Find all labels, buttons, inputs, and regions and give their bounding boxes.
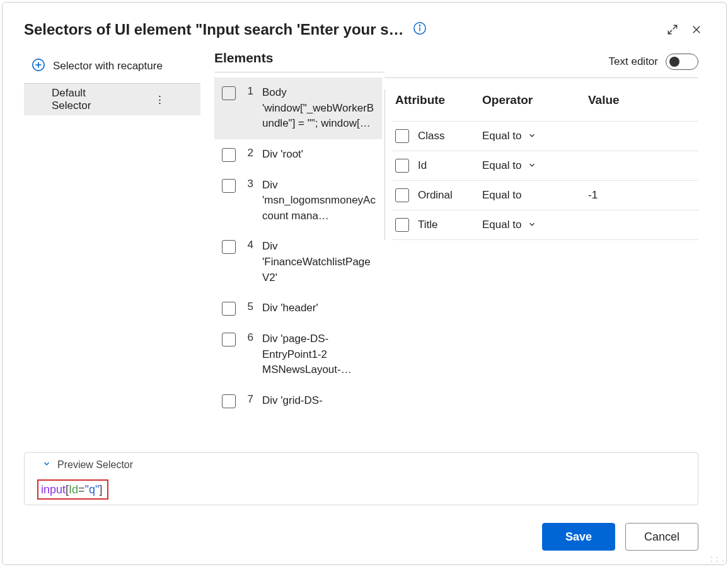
element-number: 2	[245, 147, 253, 159]
element-text: Div 'FinanceWatchlistPageV2'	[262, 239, 376, 285]
attribute-value[interactable]: -1	[564, 189, 698, 202]
element-checkbox[interactable]	[222, 240, 236, 254]
text-editor-label: Text editor	[609, 55, 658, 68]
element-number: 6	[245, 331, 253, 344]
selectors-dialog: Selectors of UI element "Input search 'E…	[2, 2, 727, 565]
selector-with-recapture-button[interactable]: Selector with recapture	[24, 50, 200, 84]
element-number: 3	[245, 178, 253, 190]
element-checkbox[interactable]	[222, 302, 236, 316]
attribute-row[interactable]: OrdinalEqual to-1	[393, 180, 698, 210]
plus-icon	[32, 58, 45, 74]
cancel-button[interactable]: Cancel	[625, 523, 698, 551]
col-value: Value	[588, 93, 698, 107]
attribute-checkbox[interactable]	[395, 188, 409, 202]
elements-panel: Elements 1Body 'window["_webWorkerBundle…	[214, 50, 384, 446]
chevron-down-icon[interactable]	[528, 131, 536, 142]
attribute-operator[interactable]: Equal to	[482, 189, 564, 202]
element-text: Div 'root'	[262, 147, 303, 163]
element-row[interactable]: 6Div 'page-DS-EntryPoint1-2 MSNewsLayout…	[214, 324, 382, 386]
preview-selector-panel: Preview Selector input[Id="q"]	[24, 452, 698, 505]
element-number: 5	[245, 301, 253, 313]
attributes-panel: Text editor Attribute Operator Value Cla…	[384, 50, 726, 446]
attribute-name: Class	[418, 130, 482, 142]
element-text: Body 'window["_webWorkerBundle"] = ""; w…	[262, 85, 376, 132]
attribute-operator[interactable]: Equal to	[482, 130, 564, 142]
attribute-name: Id	[418, 159, 482, 172]
main-area: Selector with recapture Default Selector…	[3, 50, 726, 446]
close-button[interactable]	[685, 18, 708, 42]
text-editor-toggle[interactable]	[666, 54, 698, 70]
chevron-down-icon	[42, 459, 51, 471]
selector-item-label: Default Selector	[52, 87, 124, 112]
recapture-label: Selector with recapture	[53, 60, 163, 72]
attribute-operator[interactable]: Equal to	[482, 159, 564, 172]
attribute-checkbox[interactable]	[395, 159, 409, 173]
element-text: Div 'page-DS-EntryPoint1-2 MSNewsLayout-…	[262, 331, 376, 378]
attribute-row[interactable]: ClassEqual to	[393, 121, 698, 151]
selectors-list-panel: Selector with recapture Default Selector…	[24, 50, 200, 446]
element-row[interactable]: 2Div 'root'	[214, 139, 382, 170]
element-number: 4	[245, 239, 253, 251]
attribute-name: Title	[418, 219, 482, 231]
dialog-header: Selectors of UI element "Input search 'E…	[3, 3, 726, 50]
element-row[interactable]: 7Div 'grid-DS-	[214, 386, 382, 416]
save-button[interactable]: Save	[542, 523, 615, 551]
element-row[interactable]: 5Div 'header'	[214, 293, 382, 324]
attribute-row[interactable]: TitleEqual to	[393, 210, 698, 240]
info-icon[interactable]	[413, 21, 427, 38]
attribute-row[interactable]: IdEqual to	[393, 151, 698, 180]
chevron-down-icon[interactable]	[528, 220, 536, 231]
dialog-footer: Save Cancel	[3, 505, 726, 564]
element-number: 7	[245, 393, 253, 406]
element-checkbox[interactable]	[222, 148, 236, 162]
element-checkbox[interactable]	[222, 333, 236, 346]
col-attribute: Attribute	[395, 93, 482, 107]
attribute-operator[interactable]: Equal to	[482, 219, 564, 231]
svg-point-2	[419, 25, 420, 26]
element-row[interactable]: 3Div 'msn_logomsnmoneyAccount mana…	[214, 170, 382, 232]
element-text: Div 'msn_logomsnmoneyAccount mana…	[262, 178, 376, 224]
attribute-checkbox[interactable]	[395, 218, 409, 232]
elements-title: Elements	[214, 50, 273, 66]
element-row[interactable]: 1Body 'window["_webWorkerBundle"] = ""; …	[214, 77, 382, 139]
element-row[interactable]: 4Div 'FinanceWatchlistPageV2'	[214, 231, 382, 293]
element-text: Div 'header'	[262, 301, 318, 316]
element-checkbox[interactable]	[222, 86, 236, 100]
element-checkbox[interactable]	[222, 179, 236, 193]
col-operator: Operator	[482, 93, 588, 107]
dialog-title: Selectors of UI element "Input search 'E…	[24, 21, 404, 38]
more-icon[interactable]: ⋮	[124, 93, 195, 106]
element-text: Div 'grid-DS-	[262, 393, 323, 409]
element-checkbox[interactable]	[222, 394, 236, 408]
preview-selector-toggle[interactable]: Preview Selector	[37, 459, 685, 471]
preview-selector-label: Preview Selector	[57, 459, 133, 471]
fullscreen-button[interactable]	[661, 18, 685, 42]
chevron-down-icon[interactable]	[528, 161, 536, 171]
attribute-checkbox[interactable]	[395, 129, 409, 143]
preview-selector-text: input[Id="q"]	[37, 479, 108, 500]
attributes-table-header: Attribute Operator Value	[393, 89, 698, 121]
elements-list[interactable]: 1Body 'window["_webWorkerBundle"] = ""; …	[214, 77, 384, 446]
default-selector-item[interactable]: Default Selector ⋮	[24, 84, 200, 115]
attribute-name: Ordinal	[418, 189, 482, 202]
element-number: 1	[245, 85, 253, 98]
